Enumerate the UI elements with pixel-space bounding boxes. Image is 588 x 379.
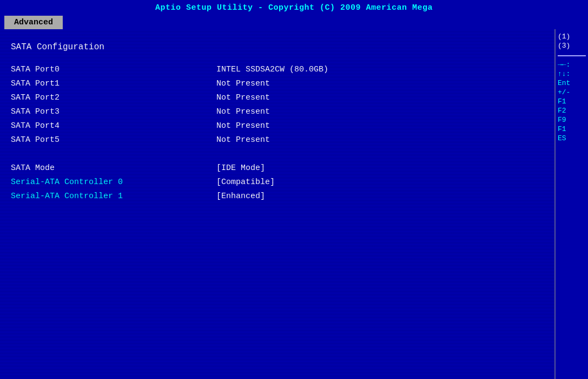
sata-mode-label: SATA Mode bbox=[11, 164, 216, 173]
key-hint-arrow-lr: →←: bbox=[558, 61, 586, 69]
controller0-row: Serial-ATA Controller 0 [Compatible] bbox=[11, 175, 544, 188]
table-row: SATA Port0 INTEL SSDSA2CW (80.0GB) bbox=[11, 63, 544, 76]
table-row: SATA Port3 Not Present bbox=[11, 105, 544, 118]
port4-label: SATA Port4 bbox=[11, 121, 216, 130]
main-panel: SATA Configuration SATA Port0 INTEL SSDS… bbox=[0, 29, 554, 379]
tab-advanced[interactable]: Advanced bbox=[4, 16, 63, 29]
port0-label: SATA Port0 bbox=[11, 65, 216, 74]
controller0-label[interactable]: Serial-ATA Controller 0 bbox=[11, 178, 216, 187]
table-row: SATA Port5 Not Present bbox=[11, 133, 544, 146]
content-area: SATA Configuration SATA Port0 INTEL SSDS… bbox=[0, 29, 588, 379]
section-title: SATA Configuration bbox=[11, 42, 544, 52]
key-hint-f1: F1 bbox=[558, 97, 586, 106]
bios-screen: Aptio Setup Utility - Copyright (C) 2009… bbox=[0, 0, 588, 379]
port1-label: SATA Port1 bbox=[11, 79, 216, 88]
key-hint-arrow-ud: ↑↓: bbox=[558, 70, 586, 78]
menu-bar: Advanced bbox=[0, 16, 588, 29]
sidebar-keys: →←: ↑↓: Ent +/- F1 F2 F9 F1 ES bbox=[558, 61, 586, 142]
key-hint-enter: Ent bbox=[558, 79, 586, 87]
key-hint-esc: ES bbox=[558, 134, 586, 142]
spacer-row bbox=[11, 147, 544, 160]
sidebar: (1) (3) →←: ↑↓: Ent +/- F1 F2 F9 F1 ES bbox=[554, 29, 588, 379]
mode-row: SATA Mode [IDE Mode] bbox=[11, 161, 544, 174]
port5-value: Not Present bbox=[216, 135, 270, 145]
port2-label: SATA Port2 bbox=[11, 93, 216, 102]
table-row: SATA Port1 Not Present bbox=[11, 77, 544, 90]
port3-label: SATA Port3 bbox=[11, 107, 216, 116]
port5-label: SATA Port5 bbox=[11, 135, 216, 145]
port3-value: Not Present bbox=[216, 107, 270, 116]
controller1-row: Serial-ATA Controller 1 [Enhanced] bbox=[11, 190, 544, 202]
title-text: Aptio Setup Utility - Copyright (C) 2009… bbox=[155, 3, 433, 12]
config-table: SATA Port0 INTEL SSDSA2CW (80.0GB) SATA … bbox=[11, 63, 544, 202]
sidebar-line-2: (3) bbox=[558, 42, 586, 50]
controller1-label[interactable]: Serial-ATA Controller 1 bbox=[11, 192, 216, 201]
port0-value: INTEL SSDSA2CW (80.0GB) bbox=[216, 65, 328, 74]
table-row: SATA Port2 Not Present bbox=[11, 91, 544, 104]
port1-value: Not Present bbox=[216, 79, 270, 88]
key-hint-f10: F1 bbox=[558, 125, 586, 133]
port4-value: Not Present bbox=[216, 121, 270, 130]
controller0-value[interactable]: [Compatible] bbox=[216, 178, 275, 187]
sidebar-divider bbox=[558, 55, 586, 56]
port2-value: Not Present bbox=[216, 93, 270, 102]
key-hint-f2: F2 bbox=[558, 107, 586, 115]
sata-mode-value[interactable]: [IDE Mode] bbox=[216, 164, 265, 173]
table-row: SATA Port4 Not Present bbox=[11, 119, 544, 132]
controller1-value[interactable]: [Enhanced] bbox=[216, 192, 265, 201]
key-hint-f9: F9 bbox=[558, 116, 586, 124]
key-hint-plusminus: +/- bbox=[558, 88, 586, 96]
title-bar: Aptio Setup Utility - Copyright (C) 2009… bbox=[0, 0, 588, 16]
sidebar-line-1: (1) bbox=[558, 32, 586, 41]
